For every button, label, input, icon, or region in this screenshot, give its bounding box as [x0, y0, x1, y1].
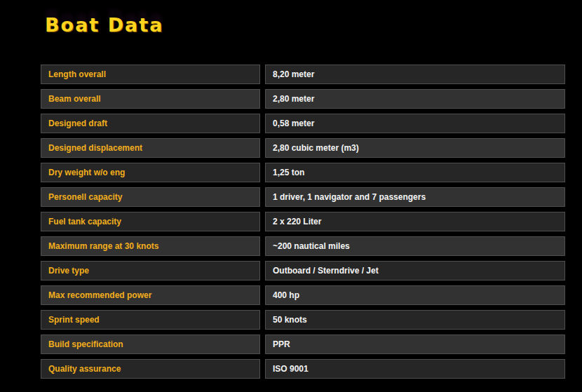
spec-value: 0,58 meter — [265, 114, 565, 133]
spec-label: Sprint speed — [41, 310, 260, 330]
spec-label: Fuel tank capacity — [41, 212, 260, 231]
spec-value: PPR — [265, 334, 565, 354]
spec-value: 2,80 cubic meter (m3) — [265, 138, 565, 158]
spec-value: ~200 nautical miles — [265, 236, 565, 256]
spec-value: ISO 9001 — [265, 359, 565, 379]
spec-value: 1 driver, 1 navigator and 7 passengers — [265, 187, 565, 207]
spec-label: Quality assurance — [41, 359, 260, 379]
spec-label: Designed displacement — [41, 138, 260, 158]
spec-label: Max recommended power — [41, 285, 260, 305]
spec-table: Length overall8,20 meterBeam overall2,80… — [41, 65, 565, 379]
table-row: Max recommended power400 hp — [41, 285, 565, 305]
table-row: Drive typeOutboard / Sterndrive / Jet — [41, 261, 565, 281]
table-row: Maximum range at 30 knots~200 nautical m… — [41, 236, 565, 256]
table-row: Quality assuranceISO 9001 — [41, 359, 565, 379]
spec-value: 50 knots — [265, 310, 565, 330]
table-row: Length overall8,20 meter — [41, 65, 565, 84]
spec-value: 8,20 meter — [265, 65, 565, 84]
table-row: Sprint speed50 knots — [41, 310, 565, 330]
spec-value: 2,80 meter — [265, 89, 565, 109]
spec-label: Maximum range at 30 knots — [41, 236, 260, 256]
table-row: Designed draft0,58 meter — [41, 114, 565, 133]
table-row: Build specificationPPR — [41, 334, 565, 354]
table-row: Beam overall2,80 meter — [41, 89, 565, 109]
spec-label: Personell capacity — [41, 187, 260, 207]
spec-label: Drive type — [41, 261, 260, 281]
table-row: Fuel tank capacity2 x 220 Liter — [41, 212, 565, 231]
spec-label: Length overall — [41, 65, 260, 84]
table-row: Designed displacement2,80 cubic meter (m… — [41, 138, 565, 158]
spec-value: 400 hp — [265, 285, 565, 305]
spec-value: 1,25 ton — [265, 163, 565, 182]
page-title: Boat Data — [45, 14, 163, 36]
spec-label: Beam overall — [41, 89, 260, 109]
table-row: Dry weight w/o eng1,25 ton — [41, 163, 565, 182]
spec-label: Build specification — [41, 334, 260, 354]
table-row: Personell capacity1 driver, 1 navigator … — [41, 187, 565, 207]
spec-label: Dry weight w/o eng — [41, 163, 260, 182]
spec-value: 2 x 220 Liter — [265, 212, 565, 231]
page: { "page": { "background": "#000000" }, "… — [0, 0, 582, 392]
spec-value: Outboard / Sterndrive / Jet — [265, 261, 565, 281]
spec-label: Designed draft — [41, 114, 260, 133]
